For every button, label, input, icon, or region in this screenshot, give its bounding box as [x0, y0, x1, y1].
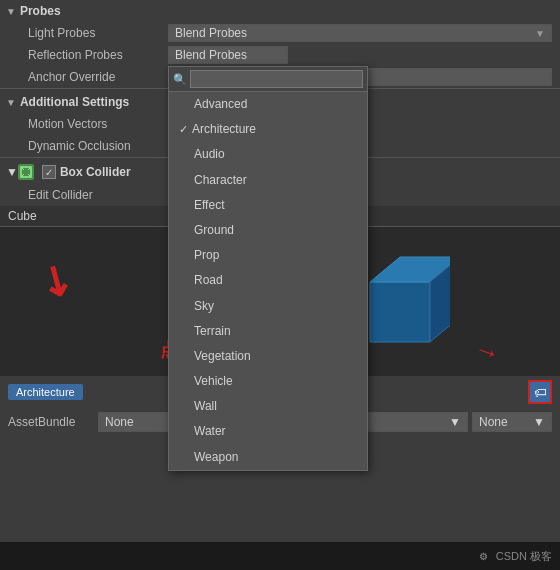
- probes-title: Probes: [20, 4, 61, 18]
- architecture-tag: Architecture: [8, 384, 83, 400]
- assetbundle-sub-chevron-icon: ▼: [533, 415, 545, 429]
- taskbar: ⚙ CSDN 极客: [0, 542, 560, 570]
- tag-icon: 🏷: [534, 385, 547, 400]
- dropdown-item[interactable]: Advanced: [169, 92, 367, 117]
- search-icon: 🔍: [173, 73, 187, 86]
- dropdown-items-list: AdvancedArchitectureAudioCharacterEffect…: [169, 92, 367, 470]
- tag-icon-button[interactable]: 🏷: [528, 380, 552, 404]
- reflection-probes-dropdown[interactable]: Blend Probes: [168, 46, 288, 64]
- dropdown-search-bar: 🔍: [169, 67, 367, 92]
- dropdown-item[interactable]: Effect: [169, 193, 367, 218]
- anchor-override-label: Anchor Override: [28, 70, 168, 84]
- edit-collider-label: Edit Collider: [28, 188, 168, 202]
- dropdown-item[interactable]: Sky: [169, 294, 367, 319]
- dropdown-item[interactable]: Wall: [169, 394, 367, 419]
- light-probes-label: Light Probes: [28, 26, 168, 40]
- dropdown-search-input[interactable]: [190, 70, 363, 88]
- dropdown-item[interactable]: Road: [169, 268, 367, 293]
- collider-arrow-icon: ▼: [6, 165, 18, 179]
- taskbar-icons: ⚙ CSDN 极客: [479, 549, 552, 564]
- collider-enabled-checkbox[interactable]: [42, 165, 56, 179]
- light-probes-row: Light Probes Blend Probes ▼: [0, 22, 560, 44]
- red-arrow-bottom-icon: →: [469, 332, 504, 370]
- dynamic-occlusion-label: Dynamic Occlusion: [28, 139, 168, 153]
- motion-vectors-label: Motion Vectors: [28, 117, 168, 131]
- probes-section-header[interactable]: ▼ Probes: [0, 0, 560, 22]
- svg-marker-5: [370, 282, 430, 342]
- additional-arrow-icon: ▼: [6, 97, 16, 108]
- main-panel: ▼ Probes Light Probes Blend Probes ▼ Ref…: [0, 0, 560, 570]
- collider-icon: [18, 164, 34, 180]
- taskbar-icon-1: ⚙: [479, 551, 488, 562]
- light-probes-dropdown[interactable]: Blend Probes ▼: [168, 24, 552, 42]
- light-probes-chevron-icon: ▼: [535, 28, 545, 39]
- dropdown-item[interactable]: Terrain: [169, 319, 367, 344]
- reflection-probes-label: Reflection Probes: [28, 48, 168, 62]
- light-probes-value: Blend Probes: [175, 26, 247, 40]
- taskbar-logo: CSDN 极客: [496, 549, 552, 564]
- assetbundle-sub-value: None: [479, 415, 508, 429]
- dropdown-item[interactable]: Vehicle: [169, 369, 367, 394]
- reflection-probes-value: Blend Probes: [175, 48, 247, 62]
- assetbundle-sub-dropdown[interactable]: None ▼: [472, 412, 552, 432]
- dropdown-popup: 🔍 AdvancedArchitectureAudioCharacterEffe…: [168, 66, 368, 471]
- dropdown-item[interactable]: Ground: [169, 218, 367, 243]
- dropdown-item[interactable]: Weapon: [169, 445, 367, 470]
- dropdown-item[interactable]: Water: [169, 419, 367, 444]
- dropdown-item[interactable]: Vegetation: [169, 344, 367, 369]
- dropdown-item[interactable]: Architecture: [169, 117, 367, 142]
- dropdown-item[interactable]: Prop: [169, 243, 367, 268]
- assetbundle-chevron-icon: ▼: [449, 415, 461, 429]
- red-arrow-icon: ↘: [31, 252, 83, 309]
- dropdown-item[interactable]: Audio: [169, 142, 367, 167]
- probes-arrow-icon: ▼: [6, 6, 16, 17]
- box-collider-title: Box Collider: [60, 165, 131, 179]
- additional-settings-title: Additional Settings: [20, 95, 129, 109]
- assetbundle-value: None: [105, 415, 134, 429]
- assetbundle-label: AssetBundle: [8, 415, 98, 429]
- dropdown-item[interactable]: Character: [169, 168, 367, 193]
- reflection-probes-row: Reflection Probes Blend Probes 🔍 Advance…: [0, 44, 560, 66]
